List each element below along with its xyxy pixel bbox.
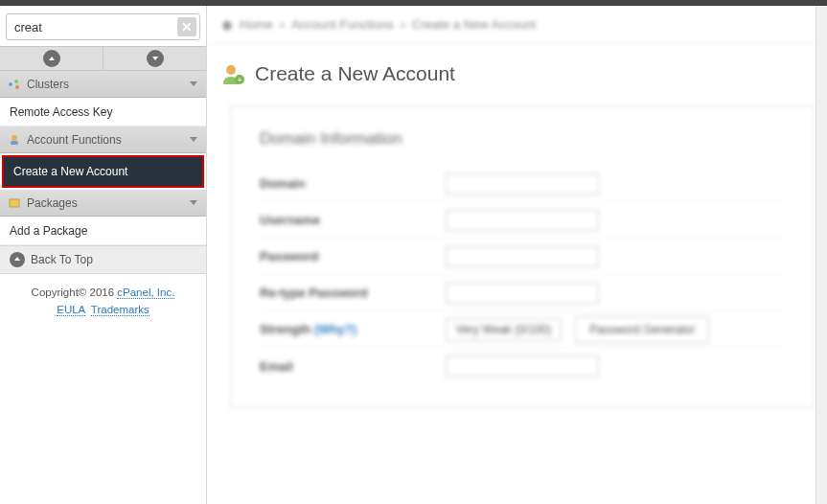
copyright-text: Copyright© 2016	[32, 286, 118, 298]
field-row-password: Password	[260, 239, 784, 275]
breadcrumb-separator: »	[400, 17, 406, 32]
back-to-top-button[interactable]: Back To Top	[0, 245, 206, 274]
strength-label-text: Strength	[260, 322, 314, 336]
retype-password-input[interactable]	[446, 283, 599, 304]
highlighted-selection: Create a New Account	[2, 155, 204, 188]
sidebar: ✕ Clusters Remote Acces	[0, 6, 207, 504]
sidebar-section-clusters[interactable]: Clusters	[0, 71, 206, 98]
collapse-expand-row	[0, 46, 206, 71]
close-icon[interactable]: ✕	[177, 17, 196, 36]
card-title: Domain Information	[260, 129, 784, 149]
svg-marker-12	[221, 20, 233, 30]
breadcrumb-separator: »	[279, 17, 286, 32]
breadcrumb-account-functions[interactable]: Account Functions	[291, 17, 394, 32]
account-functions-icon	[8, 133, 21, 147]
svg-rect-9	[10, 199, 19, 207]
sidebar-item-add-package[interactable]: Add a Package	[0, 217, 206, 245]
why-link[interactable]: (Why?)	[314, 322, 356, 336]
create-account-icon: +	[220, 61, 245, 86]
search-input[interactable]	[6, 13, 200, 40]
svg-point-2	[9, 82, 12, 86]
strength-indicator: Very Weak (0/100)	[446, 318, 562, 341]
trademarks-link[interactable]: Trademarks	[91, 304, 149, 316]
retype-password-label: Re-type Password	[260, 286, 432, 300]
back-to-top-label: Back To Top	[31, 253, 93, 266]
breadcrumb: Home » Account Functions » Create a New …	[207, 6, 827, 44]
field-row-strength: Strength (Why?) Very Weak (0/100) Passwo…	[260, 311, 784, 348]
email-input[interactable]	[446, 355, 599, 377]
section-label: Packages	[27, 196, 78, 210]
svg-rect-7	[11, 141, 18, 145]
packages-icon	[8, 196, 21, 210]
field-row-domain: Domain	[260, 166, 784, 202]
svg-marker-11	[14, 257, 20, 261]
email-label: Email	[260, 359, 432, 374]
breadcrumb-create-account: Create a New Account	[412, 17, 536, 32]
chevron-down-icon	[147, 50, 164, 67]
page-title: Create a New Account	[255, 62, 455, 85]
section-label: Clusters	[27, 78, 69, 91]
home-icon	[220, 18, 234, 32]
clusters-icon	[8, 78, 21, 91]
main-content: Home » Account Functions » Create a New …	[207, 6, 827, 504]
sidebar-item-create-account[interactable]: Create a New Account	[4, 157, 202, 186]
field-row-username: Username	[260, 202, 784, 239]
collapse-all-button[interactable]	[0, 47, 103, 70]
svg-marker-8	[190, 137, 197, 142]
password-label: Password	[260, 249, 432, 263]
svg-point-4	[15, 85, 19, 89]
svg-point-6	[11, 135, 17, 141]
sidebar-item-remote-access-key[interactable]: Remote Access Key	[0, 98, 206, 126]
domain-information-card: Domain Information Domain Username Passw…	[230, 105, 814, 408]
chevron-up-icon	[43, 50, 60, 67]
svg-point-13	[226, 65, 236, 75]
chevron-down-icon	[189, 78, 198, 91]
search-wrap: ✕	[0, 6, 206, 46]
section-label: Account Functions	[27, 133, 122, 147]
chevron-down-icon	[189, 196, 198, 210]
field-row-email: Email	[260, 348, 784, 384]
password-generator-button[interactable]: Password Generator	[575, 316, 709, 343]
breadcrumb-home[interactable]: Home	[240, 17, 273, 32]
domain-label: Domain	[260, 176, 432, 191]
page-title-row: + Create a New Account	[207, 44, 827, 96]
field-row-retype-password: Re-type Password	[260, 275, 784, 311]
svg-marker-5	[190, 81, 197, 86]
eula-link[interactable]: EULA	[57, 304, 84, 316]
svg-marker-10	[190, 200, 197, 205]
footer: Copyright© 2016 cPanel, Inc. EULA Tradem…	[0, 274, 206, 319]
sidebar-section-account-functions[interactable]: Account Functions	[0, 126, 206, 153]
domain-input[interactable]	[446, 173, 599, 195]
svg-marker-1	[152, 57, 158, 60]
username-label: Username	[260, 213, 432, 227]
username-input[interactable]	[446, 210, 599, 231]
chevron-down-icon	[189, 133, 198, 147]
cpanel-link[interactable]: cPanel, Inc.	[117, 286, 174, 299]
sidebar-section-packages[interactable]: Packages	[0, 190, 206, 217]
svg-point-3	[14, 80, 18, 83]
expand-all-button[interactable]	[103, 47, 206, 70]
vertical-scrollbar[interactable]	[816, 6, 827, 504]
svg-marker-0	[49, 57, 55, 60]
arrow-up-icon	[10, 252, 25, 267]
svg-text:+: +	[238, 76, 242, 84]
password-input[interactable]	[446, 246, 599, 267]
strength-label: Strength (Why?)	[260, 322, 432, 336]
